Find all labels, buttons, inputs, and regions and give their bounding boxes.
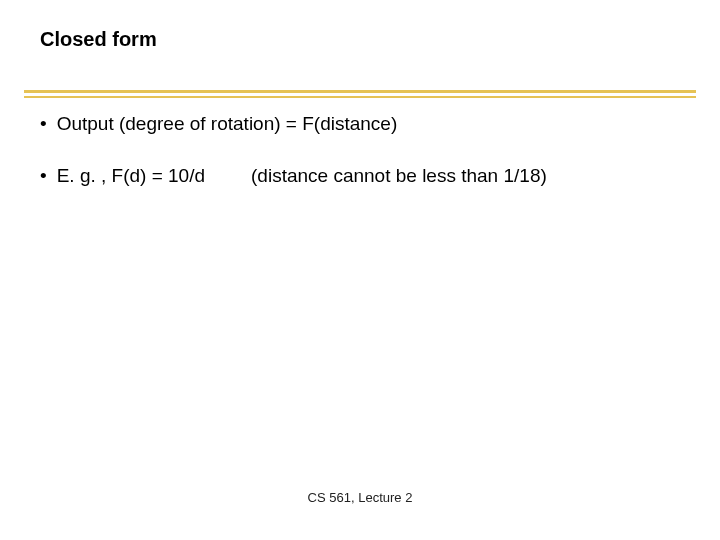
bullet-1-text: Output (degree of rotation) = F(distance… bbox=[57, 113, 398, 134]
bullet-icon: • bbox=[40, 113, 47, 134]
divider bbox=[24, 90, 696, 98]
bullet-1: •Output (degree of rotation) = F(distanc… bbox=[40, 113, 397, 135]
slide-title: Closed form bbox=[40, 28, 157, 51]
bullet-2-note: (distance cannot be less than 1/18) bbox=[251, 165, 547, 187]
bullet-2: •E. g. , F(d) = 10/d(distance cannot be … bbox=[40, 165, 547, 187]
slide-footer: CS 561, Lecture 2 bbox=[0, 490, 720, 505]
bullet-2-text: E. g. , F(d) = 10/d bbox=[57, 165, 205, 186]
bullet-icon: • bbox=[40, 165, 47, 186]
